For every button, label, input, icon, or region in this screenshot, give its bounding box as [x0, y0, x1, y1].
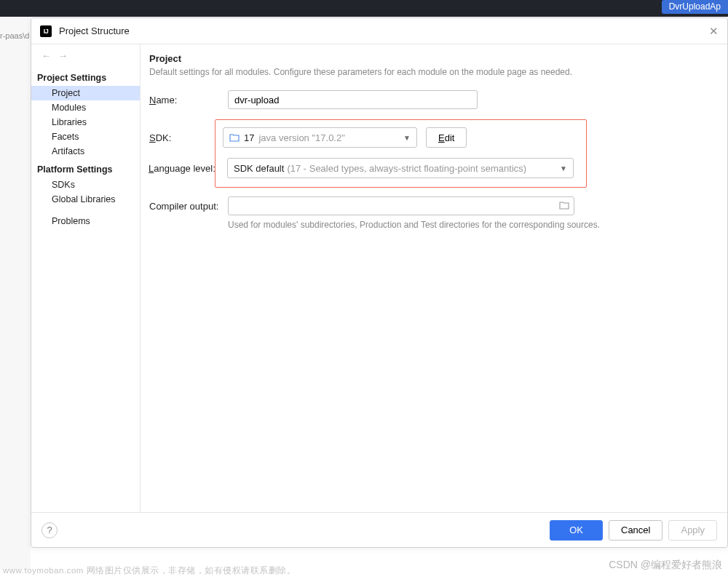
- chevron-down-icon: ▼: [403, 134, 411, 142]
- sdk-row: 17 java version "17.0.2" ▼ Edit: [223, 127, 579, 148]
- highlighted-region: 17 java version "17.0.2" ▼ Edit Language…: [215, 119, 587, 188]
- name-row: Name:: [149, 90, 719, 109]
- project-name-input[interactable]: [228, 90, 478, 109]
- sidebar-heading-project-settings: Project Settings: [31, 67, 140, 86]
- nav-back-icon[interactable]: ←: [41, 50, 51, 61]
- dialog-footer: ? OK Cancel Apply: [31, 512, 727, 547]
- language-level-value: SDK default: [234, 163, 284, 174]
- sidebar: ← → Project Settings Project Modules Lib…: [31, 44, 141, 512]
- compiler-output-label: Compiler output:: [149, 201, 219, 212]
- content-hint: Default settings for all modules. Config…: [149, 67, 719, 77]
- background-breadcrumb-fragment: r-paas\d: [0, 17, 31, 570]
- dialog-titlebar: IJ Project Structure ✕: [31, 18, 727, 44]
- cancel-button[interactable]: Cancel: [609, 520, 662, 541]
- name-label: Name:: [149, 95, 219, 105]
- sidebar-item-libraries[interactable]: Libraries: [31, 115, 140, 129]
- bottom-watermark: www.toymoban.com 网络图片仅供展示，非存储，如有侵权请联系删除。: [3, 565, 296, 576]
- right-watermark: CSDN @编程爱好者熊浪: [609, 559, 722, 572]
- dialog-title: Project Structure: [59, 25, 702, 36]
- sidebar-item-problems[interactable]: Problems: [31, 214, 140, 228]
- apply-button[interactable]: Apply: [668, 520, 717, 541]
- nav-arrows: ← →: [31, 50, 140, 67]
- nav-forward-icon[interactable]: →: [58, 50, 68, 61]
- jdk-folder-icon: [229, 133, 240, 142]
- sdk-detail-text: java version "17.0.2": [258, 132, 344, 143]
- sidebar-item-sdks[interactable]: SDKs: [31, 178, 140, 192]
- language-level-detail: (17 - Sealed types, always-strict floati…: [287, 163, 526, 174]
- ide-top-bar: DvrUploadAp: [0, 0, 728, 17]
- language-level-label: Language level:: [149, 163, 218, 174]
- sidebar-item-project[interactable]: Project: [31, 86, 140, 100]
- run-config-tag[interactable]: DvrUploadAp: [662, 0, 728, 14]
- dialog-body: ← → Project Settings Project Modules Lib…: [31, 44, 727, 512]
- browse-folder-icon[interactable]: [559, 201, 569, 212]
- sidebar-heading-platform-settings: Platform Settings: [31, 159, 140, 178]
- sidebar-item-artifacts[interactable]: Artifacts: [31, 144, 140, 159]
- sdk-dropdown[interactable]: 17 java version "17.0.2" ▼: [223, 127, 417, 148]
- close-icon[interactable]: ✕: [709, 25, 719, 38]
- sidebar-item-modules[interactable]: Modules: [31, 100, 140, 115]
- compiler-output-input[interactable]: [228, 196, 574, 215]
- edit-sdk-button[interactable]: Edit: [426, 127, 467, 148]
- compiler-output-hint: Used for modules' subdirectories, Produc…: [228, 220, 719, 230]
- sidebar-item-facets[interactable]: Facets: [31, 129, 140, 144]
- content-pane: Project Default settings for all modules…: [141, 44, 727, 512]
- intellij-icon: IJ: [40, 25, 52, 37]
- sdk-version-text: 17: [244, 132, 254, 143]
- help-button[interactable]: ?: [41, 522, 58, 538]
- project-structure-dialog: IJ Project Structure ✕ ← → Project Setti…: [31, 17, 728, 548]
- content-title: Project: [149, 53, 719, 64]
- language-level-dropdown[interactable]: SDK default (17 - Sealed types, always-s…: [227, 158, 574, 178]
- compiler-output-row: Compiler output:: [149, 196, 719, 215]
- sidebar-item-global-libraries[interactable]: Global Libraries: [31, 192, 140, 207]
- language-level-row: Language level: SDK default (17 - Sealed…: [149, 158, 579, 178]
- chevron-down-icon: ▼: [560, 164, 567, 172]
- ok-button[interactable]: OK: [550, 520, 603, 541]
